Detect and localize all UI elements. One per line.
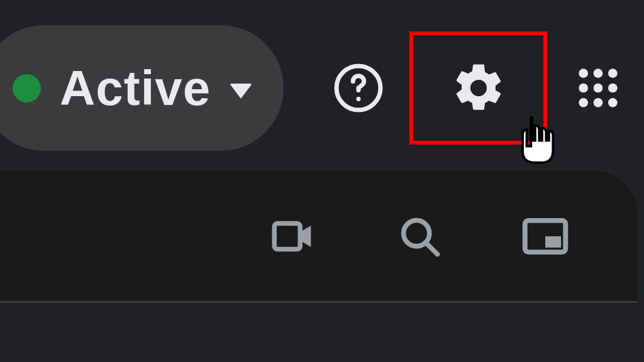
svg-point-9 [594, 98, 603, 107]
svg-point-8 [579, 98, 588, 107]
apps-grid-icon [573, 63, 623, 113]
apps-button[interactable] [571, 60, 625, 116]
svg-point-3 [594, 69, 603, 78]
svg-rect-15 [545, 236, 561, 248]
status-label: Active [60, 60, 211, 117]
svg-point-5 [579, 84, 588, 93]
svg-point-4 [608, 69, 618, 78]
search-icon [396, 212, 443, 260]
settings-button[interactable] [450, 60, 507, 116]
svg-point-7 [608, 84, 618, 93]
status-pill[interactable]: Active [0, 25, 284, 151]
picture-in-picture-icon [518, 209, 572, 263]
svg-rect-11 [274, 223, 300, 249]
cursor-pointer-icon [514, 116, 559, 171]
search-button[interactable] [391, 208, 448, 265]
svg-point-2 [579, 69, 588, 78]
help-icon [332, 62, 385, 114]
pip-button[interactable] [517, 208, 574, 265]
svg-point-10 [608, 98, 618, 107]
svg-point-1 [356, 97, 360, 101]
svg-line-13 [426, 243, 437, 254]
video-button[interactable] [265, 208, 322, 265]
svg-point-6 [594, 84, 603, 93]
gear-icon [450, 58, 507, 118]
top-bar: Active [0, 0, 644, 163]
video-icon [268, 211, 319, 262]
status-dot-icon [13, 74, 41, 102]
help-button[interactable] [331, 60, 386, 116]
settings-highlight-box [409, 31, 548, 145]
chevron-down-icon [230, 84, 252, 99]
toolbar [0, 171, 638, 303]
